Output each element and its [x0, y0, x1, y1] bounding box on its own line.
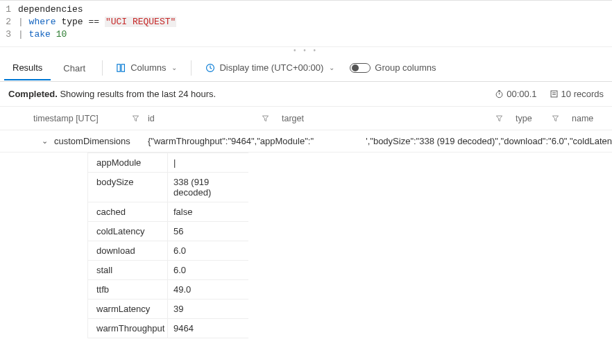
dimension-row: ttfb49.0: [87, 279, 248, 299]
clock-icon: [205, 63, 215, 73]
columns-button[interactable]: Columns ⌄: [111, 60, 182, 76]
tab-chart[interactable]: Chart: [55, 56, 94, 80]
dimension-row: warmLatency39: [87, 299, 248, 318]
svg-rect-1: [121, 64, 124, 71]
records-icon: [550, 89, 559, 98]
dimension-key: cached: [88, 202, 168, 221]
dimension-value: 39: [168, 300, 248, 318]
line-number: 1: [0, 3, 18, 16]
dimension-key: bodySize: [88, 173, 168, 202]
dimension-row: coldLatency56: [87, 221, 248, 241]
dimension-row: download6.0: [87, 241, 248, 260]
code-number: 10: [56, 29, 67, 40]
svg-rect-4: [551, 91, 557, 97]
query-editor[interactable]: 1 dependencies 2 | where type == "UCI RE…: [0, 0, 612, 45]
status-completed: Completed.: [8, 89, 58, 99]
group-columns-label: Group columns: [375, 62, 436, 73]
dimension-key: stall: [88, 261, 168, 279]
code-keyword: where: [29, 17, 56, 27]
dimension-value: false: [168, 202, 248, 221]
filter-icon[interactable]: [495, 114, 503, 122]
collapse-caret-icon[interactable]: ⌄: [42, 137, 54, 146]
dimension-value: 6.0: [168, 241, 248, 260]
dimension-value: 56: [168, 222, 248, 241]
dimension-row: bodySize338 (919 decoded): [87, 172, 248, 202]
row-value-right: ',"bodySize":"338 (919 decoded)","downlo…: [366, 136, 612, 146]
expanded-row-customdimensions[interactable]: ⌄ customDimensions {"warmThroughput":"94…: [0, 130, 612, 153]
column-id[interactable]: id: [148, 114, 269, 123]
chevron-down-icon: ⌄: [171, 64, 177, 71]
display-time-label: Display time (UTC+00:00): [219, 62, 323, 73]
status-bar: Completed. Showing results from the last…: [0, 82, 612, 107]
filter-icon[interactable]: [262, 114, 269, 122]
code-string: "UCI REQUEST": [105, 17, 176, 27]
filter-icon[interactable]: [132, 114, 139, 122]
dimension-key: download: [88, 241, 168, 260]
dimension-row: appModule|: [87, 153, 248, 172]
column-timestamp[interactable]: timestamp [UTC]: [33, 114, 139, 123]
column-target[interactable]: target: [282, 114, 312, 123]
code-keyword: take: [29, 29, 51, 40]
stopwatch-icon: [495, 89, 504, 98]
results-toolbar: Results Chart Columns ⌄ Display time (UT…: [0, 54, 612, 82]
dimension-value: 338 (919 decoded): [168, 173, 248, 202]
row-key: customDimensions: [54, 136, 148, 146]
line-number: 2: [0, 16, 18, 28]
dimension-row: cachedfalse: [87, 202, 248, 221]
dimension-key: appModule: [88, 153, 168, 172]
column-type-filter[interactable]: type: [495, 114, 539, 123]
code-token-table: dependencies: [18, 4, 83, 15]
group-columns-toggle[interactable]: Group columns: [344, 60, 441, 76]
dimension-key: warmThroughput: [88, 319, 168, 338]
columns-label: Columns: [130, 62, 166, 73]
filter-icon[interactable]: [552, 114, 559, 122]
dimension-key: coldLatency: [88, 222, 168, 241]
chevron-down-icon: ⌄: [329, 64, 334, 71]
column-name-filter[interactable]: name: [552, 114, 595, 123]
dimension-key: warmLatency: [88, 300, 168, 318]
tab-results[interactable]: Results: [4, 55, 51, 80]
dimension-value: 9464: [168, 319, 248, 338]
dimension-row: warmThroughput9464: [87, 318, 248, 338]
line-number: 3: [0, 28, 18, 41]
toggle-switch[interactable]: [350, 63, 371, 73]
dimension-key: ttfb: [88, 280, 168, 299]
display-time-button[interactable]: Display time (UTC+00:00) ⌄: [200, 60, 340, 76]
record-count: 10 records: [550, 89, 604, 99]
dimension-row: stall6.0: [87, 260, 248, 279]
svg-rect-0: [117, 64, 120, 71]
dimension-value: 49.0: [168, 280, 248, 299]
elapsed-time: 00:00.1: [495, 89, 536, 99]
pane-resize-handle[interactable]: • • •: [0, 47, 612, 54]
row-value-left: {"warmThroughput":"9464","appModule":": [148, 136, 314, 146]
status-subtitle: Showing results from the last 24 hours.: [58, 89, 216, 99]
dimension-value: 6.0: [168, 261, 248, 279]
custom-dimensions-table: appModule|bodySize338 (919 decoded)cache…: [87, 153, 248, 338]
columns-icon: [117, 63, 126, 73]
dimension-value: |: [168, 153, 248, 172]
results-table-header: timestamp [UTC] id target type name: [0, 107, 612, 130]
